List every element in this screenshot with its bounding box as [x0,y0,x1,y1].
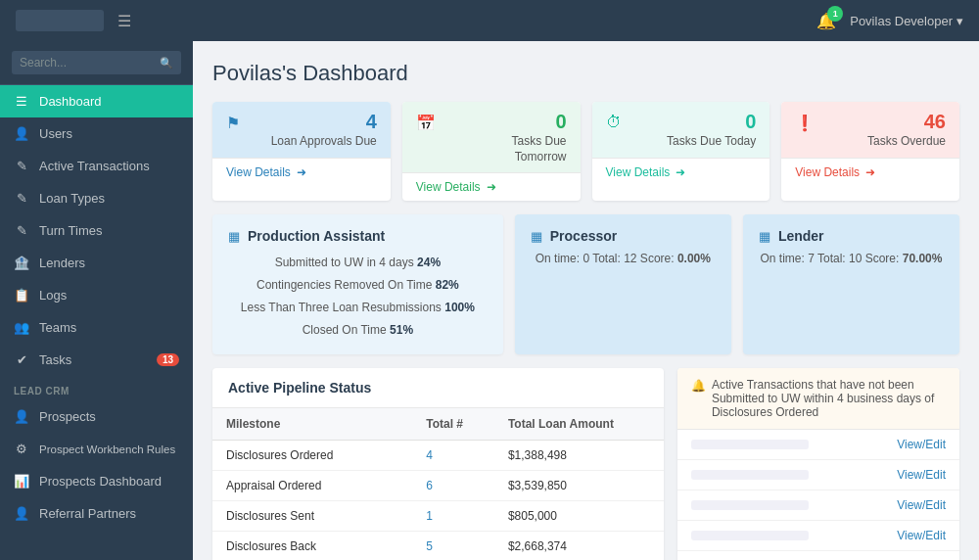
sidebar-item-label: Teams [39,320,76,335]
total-cell[interactable]: 1 [412,501,494,532]
perf-card-processor: ▦ Processor On time: 0 Total: 12 Score: … [515,214,731,354]
stat-card-top: ❗ 46 Tasks Overdue [781,102,959,158]
total-cell[interactable]: 4 [412,441,494,471]
view-edit-link[interactable]: View/Edit [897,498,946,512]
perf-card-body: On time: 7 Total: 10 Score: 70.00% [759,252,944,265]
arrow-icon: ➜ [487,180,496,194]
perf-line-4: Closed On Time 51% [228,319,488,342]
arrow-icon: ➜ [676,165,685,179]
sidebar-item-lenders[interactable]: 🏦 Lenders [0,247,193,279]
sidebar-item-prospects[interactable]: 👤 Prospects [0,400,193,433]
milestone-cell: Disclosures Ordered [212,441,412,471]
perf-line-1: Submitted to UW in 4 days 24% [228,252,488,274]
sidebar-item-tasks[interactable]: ✔ Tasks 13 [0,344,193,376]
amount-cell: $3,539,850 [494,471,664,501]
lenders-icon: 🏦 [14,256,29,270]
sidebar-item-turn-times[interactable]: ✎ Turn Times [0,214,193,247]
search-input[interactable] [12,51,181,74]
lender-score: 70.00% [903,252,943,265]
tasks-today-label: Tasks Due Today [667,134,756,150]
tasks-tomorrow-label: Tasks DueTomorrow [511,134,566,164]
bottom-row: Active Pipeline Status Milestone Total #… [212,368,959,560]
top-nav-right: 🔔 1 Povilas Developer ▾ [816,12,963,30]
sidebar-item-teams[interactable]: 👥 Teams [0,311,193,344]
sidebar-item-referral-partners[interactable]: 👤 Referral Partners [0,497,193,530]
tasks-overdue-view-details[interactable]: View Details ➜ [781,158,959,186]
pipeline-panel: Active Pipeline Status Milestone Total #… [212,368,664,560]
sidebar-item-logs[interactable]: 📋 Logs [0,279,193,311]
alert-row: View/Edit [677,490,959,521]
exclamation-icon: ❗ [795,114,815,132]
perf-line-2: Contingencies Removed On Time 82% [228,274,488,297]
table-row: Disclosures Ordered 4 $1,388,498 [212,441,664,471]
main-wrap: 🔍 ☰ Dashboard 👤 Users ✎ Active Transacti… [0,41,979,560]
referral-partners-icon: 👤 [14,506,29,521]
perf-card-header: ▦ Processor [531,228,716,244]
teams-icon: 👥 [14,320,29,335]
loan-approvals-view-details[interactable]: View Details ➜ [212,158,391,186]
notification-bell[interactable]: 🔔 1 [816,12,836,30]
stat-card-top: ⚑ 4 Loan Approvals Due [212,102,391,158]
amount-cell: $1,388,498 [494,441,664,471]
user-name: Povilas Developer [850,14,953,28]
perf-cards-row: ▦ Production Assistant Submitted to UW i… [212,214,959,354]
stat-card-info: 0 Tasks DueTomorrow [511,112,566,164]
hamburger-icon[interactable]: ☰ [117,12,131,30]
prospects-dashboard-icon: 📊 [14,474,29,489]
sidebar-item-label: Referral Partners [39,506,136,521]
user-menu[interactable]: Povilas Developer ▾ [850,14,963,28]
workbench-icon: ⚙ [14,442,29,456]
tasks-tomorrow-view-details[interactable]: View Details ➜ [402,172,581,201]
stat-card-top: ⏱ 0 Tasks Due Today [592,102,770,158]
sidebar-item-label: Users [39,126,72,141]
view-details-label: View Details [416,180,481,194]
sidebar-item-loan-types[interactable]: ✎ Loan Types [0,182,193,214]
alert-row-name [691,470,809,480]
sidebar-item-dashboard[interactable]: ☰ Dashboard [0,85,193,117]
view-edit-link[interactable]: View/Edit [897,529,946,542]
sidebar-item-active-transactions[interactable]: ✎ Active Transactions [0,150,193,182]
perf-card-lender: ▦ Lender On time: 7 Total: 10 Score: 70.… [743,214,959,354]
view-edit-link[interactable]: View/Edit [897,468,946,482]
col-amount: Total Loan Amount [494,408,664,441]
content-area: Povilas's Dashboard ⚑ 4 Loan Approvals D… [193,41,979,560]
tasks-icon: ✔ [14,352,29,367]
processor-summary: On time: 0 Total: 12 Score: [536,252,675,265]
search-icon: 🔍 [160,57,173,70]
alert-row: View/Edit [677,460,959,490]
stat-card-info: 46 Tasks Overdue [867,112,946,150]
sidebar-item-prospect-workbench-rules[interactable]: ⚙ Prospect Workbench Rules [0,433,193,465]
stat-card-info: 4 Loan Approvals Due [271,112,377,150]
view-edit-link[interactable]: View/Edit [897,438,946,451]
clock-icon: ⏱ [606,114,622,131]
arrow-icon: ➜ [865,165,875,179]
loan-approvals-number: 4 [271,112,377,131]
grid-icon: ▦ [531,229,542,244]
perf-card-title: Processor [550,228,617,244]
sidebar-item-prospects-dashboard[interactable]: 📊 Prospects Dashboard [0,465,193,497]
milestone-cell: Disclosures Back [212,532,412,560]
perf-card-header: ▦ Lender [759,228,944,244]
processor-score: 0.00% [677,252,711,265]
logs-icon: 📋 [14,288,29,303]
tasks-badge: 13 [157,353,179,366]
total-cell[interactable]: 6 [412,471,494,501]
total-cell[interactable]: 5 [412,532,494,560]
perf-card-title: Production Assistant [248,228,385,244]
sidebar-item-label: Loan Types [39,191,105,206]
active-transactions-icon: ✎ [14,159,29,173]
loan-approvals-label: Loan Approvals Due [271,134,377,150]
stat-card-top: 📅 0 Tasks DueTomorrow [402,102,581,172]
sidebar-item-users[interactable]: 👤 Users [0,117,193,150]
lender-summary: On time: 7 Total: 10 Score: [761,252,900,265]
top-nav: ☰ 🔔 1 Povilas Developer ▾ [0,0,979,41]
view-details-label: View Details [226,165,291,179]
alert-row: View/Edit [677,430,959,460]
turn-times-icon: ✎ [14,223,29,238]
tasks-today-view-details[interactable]: View Details ➜ [592,158,770,186]
stat-card-tasks-tomorrow: 📅 0 Tasks DueTomorrow View Details ➜ [402,102,581,201]
alert-row: View/Edit [677,521,959,551]
prospects-icon: 👤 [14,409,29,424]
pipeline-title: Active Pipeline Status [212,368,664,408]
users-icon: 👤 [14,126,29,141]
